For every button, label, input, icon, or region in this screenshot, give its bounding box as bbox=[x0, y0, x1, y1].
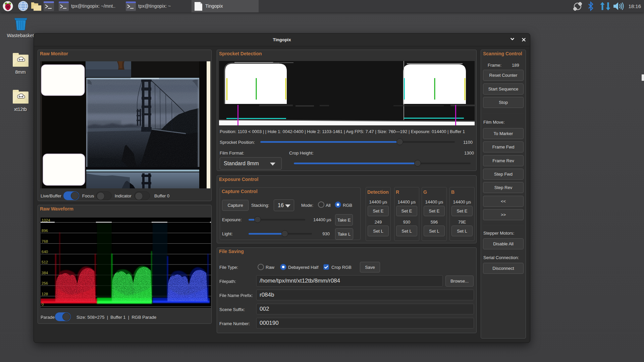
svg-text:768: 768 bbox=[42, 239, 48, 243]
svg-text:384: 384 bbox=[42, 271, 48, 275]
svg-text:512: 512 bbox=[42, 260, 48, 264]
svg-text:1024: 1024 bbox=[42, 218, 50, 222]
svg-text:896: 896 bbox=[42, 229, 48, 233]
svg-text:0: 0 bbox=[42, 302, 44, 306]
svg-text:256: 256 bbox=[42, 281, 48, 285]
svg-text:128: 128 bbox=[42, 292, 48, 296]
svg-text:640: 640 bbox=[42, 250, 48, 254]
